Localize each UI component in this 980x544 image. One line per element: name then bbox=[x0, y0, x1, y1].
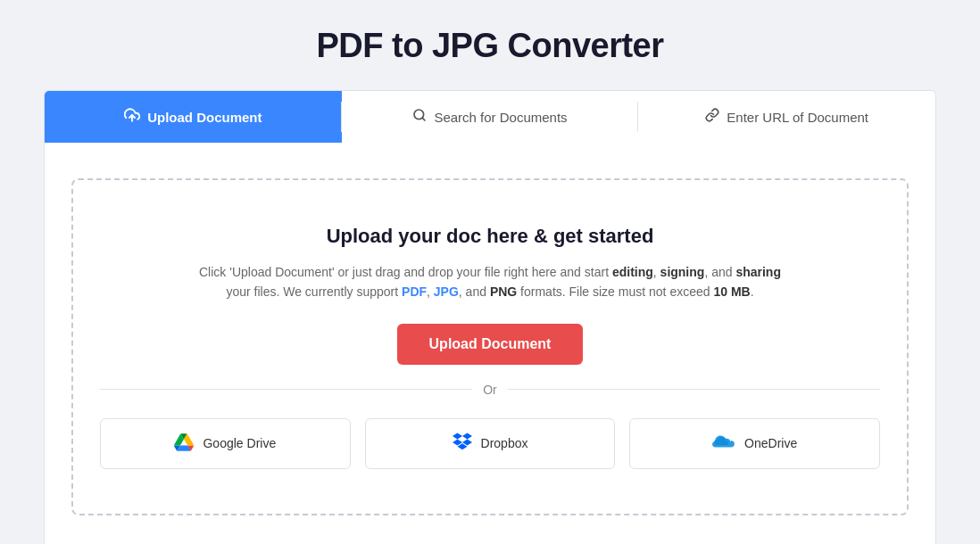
upload-document-button[interactable]: Upload Document bbox=[397, 324, 584, 365]
upload-zone-title: Upload your doc here & get started bbox=[327, 225, 654, 248]
desc-fsep1: , bbox=[427, 284, 434, 299]
link-icon bbox=[705, 108, 719, 126]
desc-fsep2: , and bbox=[459, 284, 490, 299]
desc-period: . bbox=[751, 284, 754, 299]
onedrive-label: OneDrive bbox=[744, 436, 797, 450]
or-divider: Or bbox=[100, 383, 880, 397]
google-drive-label: Google Drive bbox=[203, 436, 276, 450]
desc-signing: signing bbox=[660, 265, 705, 279]
onedrive-button[interactable]: OneDrive bbox=[629, 418, 880, 469]
dropbox-label: Dropbox bbox=[481, 436, 528, 450]
tab-url-label: Enter URL of Document bbox=[727, 110, 868, 125]
google-drive-button[interactable]: Google Drive bbox=[100, 418, 351, 469]
or-label: Or bbox=[483, 383, 497, 397]
dropbox-icon bbox=[453, 432, 472, 456]
svg-line-2 bbox=[422, 118, 425, 120]
dropbox-button[interactable]: Dropbox bbox=[365, 418, 616, 469]
main-card: Upload your doc here & get started Click… bbox=[44, 143, 936, 544]
tab-search[interactable]: Search for Documents bbox=[342, 91, 639, 143]
desc-prefix: Click 'Upload Document' or just drag and… bbox=[199, 265, 612, 279]
desc-end: formats. File size must not exceed bbox=[517, 284, 713, 299]
search-icon bbox=[412, 108, 427, 126]
tab-bar: Upload Document Search for Documents Ent… bbox=[44, 90, 936, 143]
page-wrapper: PDF to JPG Converter Upload Document bbox=[0, 0, 980, 544]
tab-upload[interactable]: Upload Document bbox=[45, 91, 342, 143]
desc-sep1: , bbox=[653, 265, 660, 279]
desc-sep2: , and bbox=[704, 265, 735, 279]
cloud-upload-icon bbox=[124, 107, 140, 127]
tab-search-label: Search for Documents bbox=[434, 110, 567, 125]
cloud-buttons: Google Drive Dropbox bbox=[100, 418, 880, 469]
onedrive-icon bbox=[712, 433, 735, 454]
desc-pdf: PDF bbox=[402, 284, 427, 299]
desc-maxsize: 10 MB bbox=[713, 284, 750, 299]
upload-zone: Upload your doc here & get started Click… bbox=[71, 178, 909, 515]
desc-sharing: sharing bbox=[735, 265, 781, 279]
desc-jpg: JPG bbox=[434, 284, 459, 299]
upload-zone-description: Click 'Upload Document' or just drag and… bbox=[187, 262, 793, 302]
google-drive-icon bbox=[174, 433, 194, 455]
desc-editing: editing bbox=[612, 265, 653, 279]
desc-suffix: your files. We currently support bbox=[226, 284, 402, 299]
desc-png: PNG bbox=[490, 284, 517, 299]
page-title: PDF to JPG Converter bbox=[316, 27, 663, 65]
tab-upload-label: Upload Document bbox=[147, 110, 262, 125]
tab-url[interactable]: Enter URL of Document bbox=[638, 91, 935, 143]
